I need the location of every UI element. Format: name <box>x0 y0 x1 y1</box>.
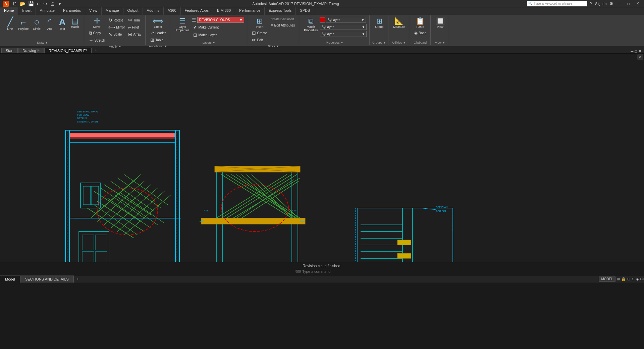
tab-output[interactable]: Output <box>123 7 143 15</box>
drawing-canvas[interactable]: ← 1' 4" TOTAL → SEE STRUCTURAL FOR BEAM … <box>0 54 644 262</box>
scale-button[interactable]: ⤡ Scale <box>107 31 126 38</box>
copy-button[interactable]: ⧉ Copy <box>88 30 107 37</box>
tab-express[interactable]: Express Tools <box>265 7 296 15</box>
tab-insert[interactable]: Insert <box>18 7 36 15</box>
maximize-button[interactable]: □ <box>625 2 632 6</box>
tab-featured[interactable]: Featured Apps <box>181 7 213 15</box>
qa-more[interactable]: ▼ <box>56 1 63 7</box>
measure-button[interactable]: 📐 Measure <box>392 17 406 29</box>
trim-button[interactable]: ✂ Trim <box>127 17 143 23</box>
doc-tab-revision[interactable]: REVISION_EXAMPLE* <box>44 48 92 53</box>
group-label: Group <box>375 25 383 29</box>
layer-name-dropdown[interactable]: REVISION CLOUDS ▼ <box>197 17 244 23</box>
open-button[interactable]: 📂 <box>19 1 26 7</box>
measure-label: Measure <box>393 25 405 29</box>
snap-icon[interactable]: 🔒 <box>621 277 626 281</box>
move-button[interactable]: ✛ Move <box>88 17 107 29</box>
arc-button[interactable]: ◜ Arc <box>44 17 56 31</box>
ortho-icon[interactable]: ⊟ <box>627 277 630 281</box>
signin-button[interactable]: Sign In <box>595 2 606 6</box>
polyline-button[interactable]: ⌐ Polyline <box>17 17 30 31</box>
doc-tab-start[interactable]: Start <box>1 48 18 53</box>
prop-bylayer-dropdown-3[interactable]: ByLayer ▼ <box>320 31 367 37</box>
prop-bylayer-dropdown-2[interactable]: ByLayer ▼ <box>320 24 367 30</box>
grid-icon[interactable]: ⊞ <box>617 277 620 281</box>
prop-row-1: ByLayer ▼ <box>320 17 367 23</box>
svg-rect-2 <box>69 133 175 137</box>
tab-view[interactable]: View <box>85 7 102 15</box>
stretch-button[interactable]: ↔ Stretch <box>88 37 107 44</box>
restore-panel-icon[interactable]: □ <box>635 49 637 53</box>
add-layout-button[interactable]: + <box>74 276 82 282</box>
tab-bim360[interactable]: BIM 360 <box>213 7 235 15</box>
line-button[interactable]: ╱ Line <box>4 17 16 31</box>
osnap-icon[interactable]: ◈ <box>636 277 639 281</box>
settings-cog[interactable]: ⚙ <box>640 277 644 282</box>
dimension-button[interactable]: ⟺ Linear <box>149 17 167 29</box>
svg-text:4'-0": 4'-0" <box>204 209 209 212</box>
settings-icon[interactable]: ⚙ <box>609 1 613 6</box>
close-panel-icon[interactable]: ✕ <box>638 49 641 53</box>
layer-properties-label: LayerProperties <box>175 25 189 32</box>
new-button[interactable]: 🗋 <box>11 1 18 7</box>
minimize-button[interactable]: ─ <box>616 2 623 6</box>
layers-group-label: Layers ▼ <box>203 40 215 44</box>
table-icon: ⊞ <box>150 37 154 43</box>
doc-tab-drawing1[interactable]: Drawing1* <box>18 48 44 53</box>
tab-a360[interactable]: A360 <box>164 7 181 15</box>
hatch-button[interactable]: ▤ Hatch <box>69 17 81 29</box>
viewport-close-button[interactable]: ✕ <box>637 54 643 60</box>
group-button[interactable]: ⊞ Group <box>373 17 385 29</box>
insert-block-button[interactable]: ⊞ Insert <box>251 17 268 29</box>
tab-parametric[interactable]: Parametric <box>59 7 85 15</box>
hatch-label: Hatch <box>71 25 79 29</box>
rotate-button[interactable]: ↻ Rotate <box>107 17 126 23</box>
command-input[interactable] <box>302 269 348 273</box>
layer-icon-btn[interactable]: ☰ <box>192 17 196 22</box>
polar-icon[interactable]: ⊙ <box>632 277 635 281</box>
tab-addins[interactable]: Add-ins <box>143 7 164 15</box>
search-box[interactable]: 🔍 Type a keyword or phrase <box>527 1 587 6</box>
edit-block-button[interactable]: ✏ Edit <box>251 37 268 43</box>
prop-dropdown-arrow-3: ▼ <box>362 32 365 36</box>
tab-manage[interactable]: Manage <box>102 7 123 15</box>
redo-button[interactable]: ↪ <box>42 1 48 7</box>
tab-annotate[interactable]: Annotate <box>36 7 59 15</box>
leader-button[interactable]: ↗ Leader <box>149 30 167 36</box>
tab-spds[interactable]: SPDS <box>296 7 314 15</box>
make-current-button[interactable]: ✔ Make Current <box>192 24 244 31</box>
create-block-button[interactable]: ⊡ Create <box>251 30 268 36</box>
array-button[interactable]: ⊞ Array <box>127 31 143 38</box>
sections-tab[interactable]: SECTIONS AND DETAILS <box>20 276 74 283</box>
tab-home[interactable]: Home <box>0 7 18 15</box>
model-tab[interactable]: Model <box>0 276 20 283</box>
make-current-icon: ✔ <box>193 24 197 30</box>
polyline-icon: ⌐ <box>21 17 26 27</box>
scale-icon: ⤡ <box>108 32 112 37</box>
match-layer-button[interactable]: ⊡ Match Layer <box>192 32 244 38</box>
help-icon[interactable]: ? <box>590 1 592 6</box>
save-button[interactable]: 💾 <box>27 1 35 7</box>
tab-performance[interactable]: Performance <box>235 7 265 15</box>
plot-button[interactable]: 🖨 <box>49 1 56 7</box>
text-button[interactable]: A Text <box>56 17 68 31</box>
paste-button[interactable]: 📋 Paste <box>413 17 428 29</box>
fillet-button[interactable]: ⌐ Fillet <box>127 24 143 31</box>
circle-button[interactable]: ○ Circle <box>31 17 43 31</box>
layer-properties-button[interactable]: ☰ LayerProperties <box>173 17 191 33</box>
add-tab-button[interactable]: + <box>92 47 100 53</box>
prop-bylayer-dropdown-1[interactable]: ByLayer ▼ <box>326 17 366 23</box>
base-button[interactable]: ◈ Base <box>413 30 428 36</box>
undo-button[interactable]: ↩ <box>36 1 42 7</box>
paste-icon: 📋 <box>416 17 425 25</box>
close-button[interactable]: ✕ <box>634 1 641 6</box>
match-properties-button[interactable]: ⧉ MatchProperties <box>303 17 319 33</box>
circle-label: Circle <box>33 27 41 31</box>
table-button[interactable]: ⊞ Table <box>149 37 167 43</box>
dimension-label: Linear <box>154 25 162 29</box>
edit-attributes-button[interactable]: ≡ Edit Attributes <box>269 22 296 29</box>
view-button[interactable]: 🔲 View <box>434 17 446 29</box>
minimize-panel-icon[interactable]: ─ <box>631 49 634 53</box>
mirror-button[interactable]: ⟺ Mirror <box>107 24 126 31</box>
model-button[interactable]: MODEL <box>599 277 615 282</box>
